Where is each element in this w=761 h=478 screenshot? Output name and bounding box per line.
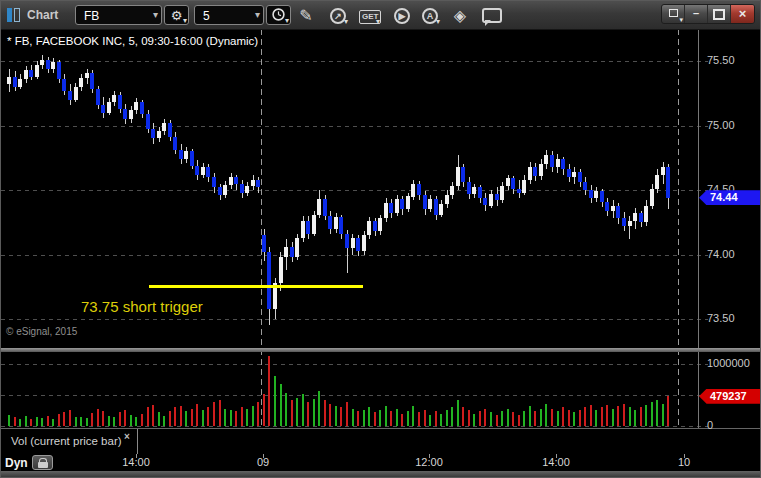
dynamic-mode-label: Dyn [5,456,28,470]
tab-volume-label: Vol (current price bar) [11,435,122,447]
draw-tool-button[interactable]: ✎ [295,5,317,25]
price-axis-label: 75.50 [707,54,735,66]
price-axis-label: 74.00 [707,248,735,260]
gear-icon: ⚙ [171,8,183,23]
play-button[interactable]: ▶ [391,5,413,25]
interval-settings-button[interactable]: ▾ [266,5,291,25]
chart-window-icon [7,8,21,22]
symbol-value: FB [84,9,99,23]
chevron-down-icon: ▾ [183,17,187,25]
tab-volume-study[interactable]: Vol (current price bar) × [1,429,138,454]
maximize-icon [713,9,725,20]
volume-axis-label: 1000000 [707,357,750,369]
chart-header: * FB, FACEBOOK INC, 5, 09:30-16:00 (Dyna… [7,35,258,47]
chevron-down-icon[interactable]: ▾ [153,9,158,20]
chevron-down-icon: ▾ [285,17,289,25]
maximize-button[interactable] [708,5,731,23]
price-axis-label: 75.00 [707,119,735,131]
symbol-settings-button[interactable]: ⚙ ▾ [164,5,189,25]
symbol-combo[interactable]: FB ▾ [75,5,162,25]
diamond-link-icon: ◈ [454,7,466,24]
auto-button[interactable]: A ▾ [419,5,441,25]
price-axis-label: 73.50 [707,312,735,324]
window-bottom-frame [1,471,760,478]
chevron-down-icon: ▾ [436,18,440,26]
chart-window: Chart FB ▾ ⚙ ▾ 5 ▾ ▾ ✎ ↗ ▾ [0,0,761,478]
play-icon: ▶ [394,8,410,24]
speech-bubble-icon [482,8,502,23]
close-icon[interactable]: × [124,431,130,442]
interval-combo[interactable]: 5 ▾ [194,5,264,25]
interval-value: 5 [203,9,210,23]
window-menu-button[interactable]: ▾ [662,5,685,23]
window-title: Chart [27,8,58,22]
window-controls: ▾ – × [661,4,755,24]
copyright-label: © eSignal, 2015 [6,326,77,337]
get-data-button[interactable]: GET ▾ [359,5,381,25]
title-bar: Chart FB ▾ ⚙ ▾ 5 ▾ ▾ ✎ ↗ ▾ [1,1,760,30]
last-price-badge: 74.44 [699,190,761,205]
status-bar: Dyn [1,454,760,471]
chevron-down-icon: ▾ [344,18,348,26]
note-tool-button[interactable] [481,5,503,25]
trend-tool-button[interactable]: ↗ ▾ [327,5,349,25]
chevron-down-icon[interactable]: ▾ [255,9,260,20]
link-tool-button[interactable]: ◈ [449,5,471,25]
minimize-button[interactable]: – [685,5,708,23]
lock-button[interactable] [32,455,53,470]
chevron-down-icon: ▾ [376,18,380,26]
study-tab-strip: Vol (current price bar) × [1,429,760,454]
clock-icon [272,8,285,21]
chart-canvas [1,1,761,478]
annotation-label: 73.75 short trigger [81,298,203,315]
pane-splitter[interactable] [1,348,760,352]
chevron-down-icon: ▾ [679,16,683,23]
window-menu-icon [669,9,678,17]
last-volume-badge: 479237 [699,389,761,404]
pencil-icon: ✎ [299,7,312,24]
close-button[interactable]: × [731,5,754,23]
